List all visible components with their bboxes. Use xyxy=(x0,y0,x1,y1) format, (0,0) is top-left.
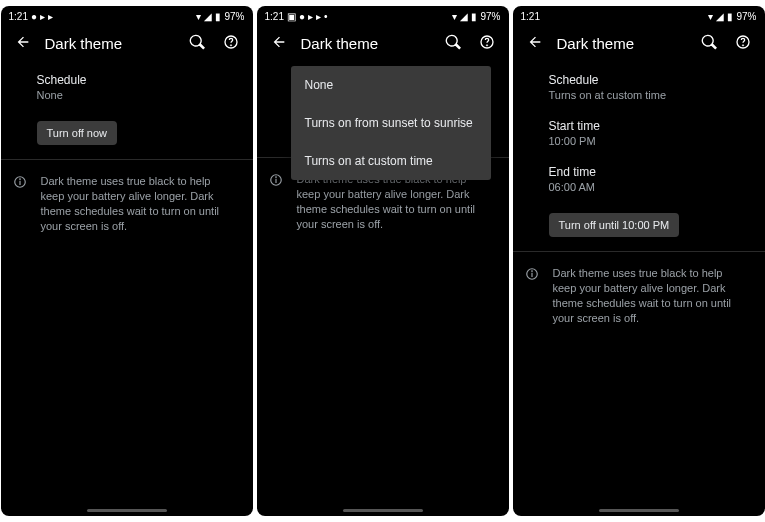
info-text: Dark theme uses true black to help keep … xyxy=(553,266,751,325)
battery-icon: ▮ xyxy=(471,11,477,22)
info-icon xyxy=(13,175,29,233)
svg-point-14 xyxy=(531,271,532,272)
start-time-label: Start time xyxy=(549,119,729,133)
search-button[interactable] xyxy=(701,34,717,53)
status-notif-icon: ▣ xyxy=(287,11,296,22)
nav-handle[interactable] xyxy=(599,509,679,512)
battery-percent: 97% xyxy=(224,11,244,22)
svg-point-9 xyxy=(275,177,276,178)
info-text: Dark theme uses true black to help keep … xyxy=(41,174,239,233)
signal-icon: ◢ xyxy=(716,11,724,22)
info-block: Dark theme uses true black to help keep … xyxy=(513,252,765,325)
arrow-back-icon xyxy=(271,34,287,50)
schedule-label: Schedule xyxy=(37,73,217,87)
info-text: Dark theme uses true black to help keep … xyxy=(297,172,495,231)
info-icon xyxy=(525,267,541,325)
start-time-value: 10:00 PM xyxy=(549,135,729,147)
schedule-label: Schedule xyxy=(549,73,729,87)
battery-percent: 97% xyxy=(480,11,500,22)
schedule-option-custom[interactable]: Turns on at custom time xyxy=(291,142,491,180)
svg-point-1 xyxy=(230,45,231,46)
page-title: Dark theme xyxy=(45,35,175,52)
end-time-value: 06:00 AM xyxy=(549,181,729,193)
svg-point-4 xyxy=(19,179,20,180)
schedule-value: None xyxy=(37,89,217,101)
turn-off-button[interactable]: Turn off now xyxy=(37,121,118,145)
wifi-icon: ▾ xyxy=(196,11,201,22)
info-block: Dark theme uses true black to help keep … xyxy=(1,160,253,233)
battery-icon: ▮ xyxy=(215,11,221,22)
search-icon xyxy=(701,34,717,50)
arrow-back-icon xyxy=(15,34,31,50)
status-bar: 1:21 ▣ ● ▸ ▸ • ▾ ◢ ▮ 97% xyxy=(257,6,509,26)
search-button[interactable] xyxy=(189,34,205,53)
help-icon xyxy=(735,34,751,50)
help-icon xyxy=(223,34,239,50)
status-time: 1:21 xyxy=(521,11,540,22)
schedule-setting[interactable]: Schedule None xyxy=(1,63,253,109)
signal-icon: ◢ xyxy=(204,11,212,22)
svg-point-6 xyxy=(486,45,487,46)
app-bar: Dark theme xyxy=(513,26,765,63)
page-title: Dark theme xyxy=(301,35,431,52)
schedule-setting[interactable]: Schedule Turns on at custom time xyxy=(513,63,765,109)
back-button[interactable] xyxy=(527,34,543,53)
status-time: 1:21 xyxy=(9,11,28,22)
screen-schedule-menu: 1:21 ▣ ● ▸ ▸ • ▾ ◢ ▮ 97% Dark theme xyxy=(257,6,509,516)
search-icon xyxy=(445,34,461,50)
help-button[interactable] xyxy=(223,34,239,53)
status-notif-icon: ● xyxy=(31,11,37,22)
help-button[interactable] xyxy=(479,34,495,53)
turn-off-until-button[interactable]: Turn off until 10:00 PM xyxy=(549,213,680,237)
status-notif-icon: ▸ xyxy=(316,11,321,22)
search-icon xyxy=(189,34,205,50)
arrow-back-icon xyxy=(527,34,543,50)
help-button[interactable] xyxy=(735,34,751,53)
battery-icon: ▮ xyxy=(727,11,733,22)
status-bar: 1:21 ▾ ◢ ▮ 97% xyxy=(513,6,765,26)
nav-handle[interactable] xyxy=(87,509,167,512)
app-bar: Dark theme xyxy=(257,26,509,63)
nav-handle[interactable] xyxy=(343,509,423,512)
status-notif-icon: ▸ xyxy=(48,11,53,22)
wifi-icon: ▾ xyxy=(708,11,713,22)
wifi-icon: ▾ xyxy=(452,11,457,22)
battery-percent: 97% xyxy=(736,11,756,22)
app-bar: Dark theme xyxy=(1,26,253,63)
svg-point-11 xyxy=(742,45,743,46)
help-icon xyxy=(479,34,495,50)
info-icon xyxy=(269,173,285,231)
search-button[interactable] xyxy=(445,34,461,53)
back-button[interactable] xyxy=(271,34,287,53)
schedule-value: Turns on at custom time xyxy=(549,89,729,101)
start-time-setting[interactable]: Start time 10:00 PM xyxy=(513,109,765,155)
status-notif-icon: ▸ xyxy=(308,11,313,22)
end-time-label: End time xyxy=(549,165,729,179)
status-bar: 1:21 ● ▸ ▸ ▾ ◢ ▮ 97% xyxy=(1,6,253,26)
page-title: Dark theme xyxy=(557,35,687,52)
status-notif-icon: • xyxy=(324,11,328,22)
schedule-option-none[interactable]: None xyxy=(291,66,491,104)
end-time-setting[interactable]: End time 06:00 AM xyxy=(513,155,765,201)
signal-icon: ◢ xyxy=(460,11,468,22)
screen-schedule-none: 1:21 ● ▸ ▸ ▾ ◢ ▮ 97% Dark theme xyxy=(1,6,253,516)
screen-custom-time: 1:21 ▾ ◢ ▮ 97% Dark theme xyxy=(513,6,765,516)
schedule-option-sunset[interactable]: Turns on from sunset to sunrise xyxy=(291,104,491,142)
schedule-popup: None Turns on from sunset to sunrise Tur… xyxy=(291,66,491,180)
status-time: 1:21 xyxy=(265,11,284,22)
status-notif-icon: ● xyxy=(299,11,305,22)
back-button[interactable] xyxy=(15,34,31,53)
status-notif-icon: ▸ xyxy=(40,11,45,22)
